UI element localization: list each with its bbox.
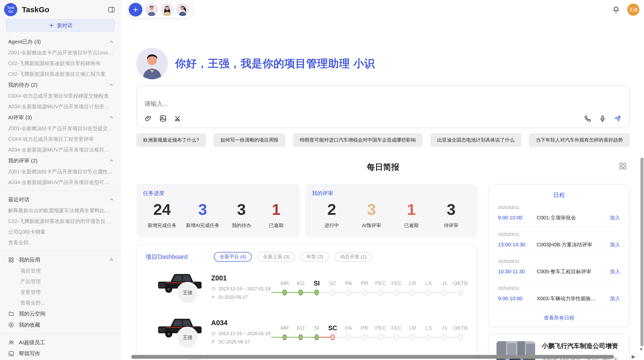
scroll-right-arrow-icon[interactable]: ▶ xyxy=(632,354,635,359)
join-link[interactable]: 加入 xyxy=(610,241,620,248)
sidebar-task-item[interactable]: C02-飞腾新能源轻客改款项目里程碑画布 xyxy=(8,58,114,69)
project-owner-avatar: 王强 xyxy=(177,282,198,304)
sidebar-task-item[interactable]: A034-全新新能源MUV产品开发项目造型可行性评审 xyxy=(8,177,114,188)
link-label: 我的收藏 xyxy=(19,321,114,328)
milestone-label: SI-2025-05-17 xyxy=(218,295,248,300)
recent-chat-item[interactable]: C02-飞腾新能源轻客改款项目的闭环通告反馈情况 xyxy=(8,216,114,227)
sidebar-section-header[interactable]: Agent已办 (3) xyxy=(8,36,114,47)
send-icon[interactable] xyxy=(613,114,622,123)
sidebar-link-我的收藏[interactable]: 我的收藏 xyxy=(8,319,114,331)
view-all-schedule-link[interactable]: 查看所有日程 xyxy=(489,308,629,327)
milestone-name: MR xyxy=(277,279,293,288)
image-upload-icon[interactable] xyxy=(159,115,167,122)
milestone-dot xyxy=(362,334,367,340)
chevron-up-icon xyxy=(109,115,114,120)
milestone-dot xyxy=(442,334,447,340)
sidebar-tool-帮我写作[interactable]: 帮我写作 xyxy=(8,348,114,359)
sidebar-task-item[interactable]: Z001-全新燃油轻卡产品开发项目SI节点属性5D文件评审 xyxy=(8,166,114,177)
chat-input[interactable] xyxy=(144,100,622,107)
milestone-node-LS: LS xyxy=(420,324,436,340)
sidebar-task-item[interactable]: A034-全新新能源MUV产品开发项目计划变更表编写 xyxy=(8,101,114,112)
dashboard-header: 项目Dashboard 全新平台 (4)全新上装 (3)年型 (2)动总开发 (… xyxy=(145,252,469,262)
milestone-dot xyxy=(426,290,431,295)
sidebar-link-我的云空间[interactable]: 我的云空间 xyxy=(8,308,114,319)
join-link[interactable]: 加入 xyxy=(610,268,620,275)
agent-avatar[interactable] xyxy=(161,3,173,16)
app-sub-item[interactable]: 项目管理 xyxy=(8,265,114,276)
composer-left-actions xyxy=(144,115,182,122)
milestone-name: PEC xyxy=(373,324,389,332)
app-sub-item[interactable]: 变更管理 xyxy=(8,287,114,297)
milestone-name: PR xyxy=(357,324,373,332)
join-link[interactable]: 加入 xyxy=(610,214,620,221)
project-row[interactable]: 王强A0342023-12-19 ~ 2026-01-19SC-2025-05-… xyxy=(145,312,469,351)
suggestion-chip[interactable]: 如何写一份清晰的项目周报 xyxy=(214,133,285,147)
milestone-name: PA xyxy=(341,279,357,288)
join-link[interactable]: 加入 xyxy=(610,295,620,302)
milestone-dot xyxy=(426,334,431,340)
tool-label: 帮我写作 xyxy=(19,350,114,357)
milestone-node-KO: KO xyxy=(293,279,309,295)
sidebar-task-item[interactable]: C02-飞腾新能源轻客改款项目立项汇报方案 xyxy=(8,69,114,79)
app-sub-item[interactable]: 查看全部... xyxy=(8,297,114,308)
link-label: 我的云空间 xyxy=(19,310,114,317)
project-row[interactable]: 王强Z0012023-12-19 ~ 2027-01-19SI-2025-05-… xyxy=(145,268,469,306)
sidebar-task-item[interactable]: C0X4-动力总成开发项目SI里程碑提交物检查 xyxy=(8,91,114,101)
schedule-event: 2025/03/119:00-10:00X003-车辆动力学性能验...加入 xyxy=(498,281,620,308)
attachment-icon[interactable] xyxy=(144,115,152,122)
sidebar-task-item[interactable]: A034-全新新能源MUV产品开发项目法规符合性评审 xyxy=(8,144,114,155)
sidebar-section-header[interactable]: 最近对话 xyxy=(8,194,114,205)
milestone-name: PEC xyxy=(373,279,389,288)
user-avatar[interactable]: 王强 xyxy=(627,4,639,16)
notification-bell-icon[interactable] xyxy=(612,6,620,14)
milestone-node-LR: LR xyxy=(405,279,421,295)
composer-right-actions xyxy=(584,114,622,123)
dashboard-filter-chip[interactable]: 全新上装 (3) xyxy=(257,252,295,262)
app-sub-item[interactable]: 产品管理 xyxy=(8,276,114,287)
folder-icon xyxy=(8,311,14,317)
milestone-timeline: MRKOSISCPAPRPECFECLRLSJ1OKTB xyxy=(277,279,469,295)
new-chat-button[interactable]: 新对话 xyxy=(6,19,115,32)
add-agent-button[interactable] xyxy=(129,3,142,17)
milestone-node-MR: MR xyxy=(277,324,293,340)
dashboard-filter-chip[interactable]: 动总开发 (1) xyxy=(334,252,372,262)
dashboard-filter-chip[interactable]: 全新平台 (4) xyxy=(214,252,252,262)
suggestion-chip[interactable]: 当下年轻人对汽车外观有怎样的喜好趋势 xyxy=(529,133,630,147)
agent-avatar[interactable] xyxy=(176,3,189,16)
vertical-scrollbar[interactable] xyxy=(640,158,643,346)
sidebar-task-item[interactable]: C0X4-动力总成开发项目工程变更评审 xyxy=(8,134,114,144)
microphone-icon[interactable] xyxy=(599,115,606,122)
widgets-grid-icon[interactable] xyxy=(619,162,627,170)
sidebar-section-header[interactable]: 我的评审 (2) xyxy=(8,155,114,166)
scroll-down-arrow-icon[interactable]: ▼ xyxy=(639,347,643,351)
recent-chat-item[interactable]: 公司Q3轻卡销量 xyxy=(8,227,114,237)
recent-chat-item[interactable]: 解释最新出台的欧盟报废车法规再生塑料比例被调至15%... xyxy=(8,205,114,216)
right-column: 日程 2025/03/119:00-10:00C001-立项审批会加入2025/… xyxy=(488,184,630,360)
horizontal-scrollbar[interactable] xyxy=(131,355,614,359)
message-composer[interactable] xyxy=(136,85,630,128)
dashboard-filter-chip[interactable]: 年型 (2) xyxy=(301,252,329,262)
sidebar-task-item[interactable]: Z001-全新燃油皮卡产品开发项目SI节点Lesson Learn报告 xyxy=(8,47,114,58)
sidebar-section-header[interactable]: 我的待办 (2) xyxy=(8,79,114,91)
milestone-node-SI: SI xyxy=(309,279,325,295)
collapse-sidebar-icon[interactable] xyxy=(108,6,115,13)
suggestion-chip[interactable]: 特朗普可能对进口汽车增税会对中国车企造成哪些影响 xyxy=(293,133,423,147)
milestone-name: LS xyxy=(420,324,436,332)
agent-avatars xyxy=(145,3,189,16)
agent-avatar[interactable] xyxy=(145,3,158,16)
sidebar-tool-AI超级员工[interactable]: AI超级员工 xyxy=(8,337,114,348)
sidebar-task-item[interactable]: Z001-全新燃油轻卡产品开发项目SI造型提交物评审 xyxy=(8,123,114,134)
view-all-chats-link[interactable]: 查看全部... xyxy=(8,237,114,248)
milestone-name: OKTB xyxy=(452,279,469,288)
project-dashboard-card: 项目Dashboard 全新平台 (4)全新上装 (3)年型 (2)动总开发 (… xyxy=(136,244,478,360)
sidebar-section-header[interactable]: AI评审 (3) xyxy=(8,112,114,123)
stat-card: 任务进度24新增完成任务3新增AI完成任务3我的待办1已逾期 xyxy=(136,184,300,237)
my-apps-header[interactable]: 我的应用 xyxy=(8,254,114,265)
stat-value: 3 xyxy=(359,198,384,221)
stat-label: 待评审 xyxy=(438,222,464,229)
voice-call-icon[interactable] xyxy=(584,115,592,122)
screenshot-scissors-icon[interactable] xyxy=(174,115,182,122)
milestone-dot xyxy=(330,334,335,340)
suggestion-chip[interactable]: 比亚迪全固态电池计划具体说了什么 xyxy=(430,133,521,147)
suggestion-chip[interactable]: 欧洲新规最近颁布了什么? xyxy=(136,133,206,147)
